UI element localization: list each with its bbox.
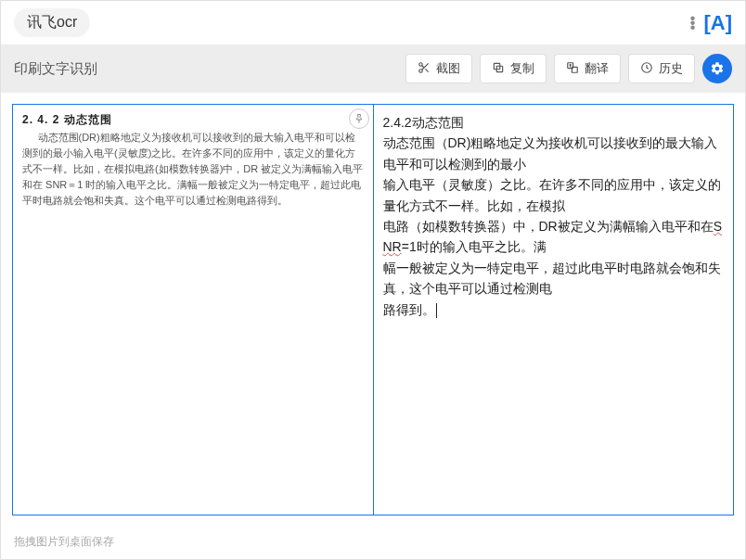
screenshot-button[interactable]: 截图 [405,54,472,83]
result-text-panel[interactable]: 2.4.2动态范围 动态范围（DR)粗略地定义为接收机可以接收到的最大输入电平和… [374,104,735,515]
translate-icon [566,61,579,77]
scissors-icon [418,61,431,77]
settings-button[interactable] [702,54,732,83]
svg-line-4 [422,65,424,67]
result-text[interactable]: 2.4.2动态范围 动态范围（DR)粗略地定义为接收机可以接收到的最大输入电平和… [383,112,725,320]
translate-button[interactable]: 翻译 [554,54,621,83]
app-title: 讯飞ocr [14,8,90,37]
copy-label: 复制 [510,60,534,77]
more-icon[interactable]: ••• [690,16,695,30]
logo-a-icon: [A] [703,11,732,35]
text-cursor [436,303,437,318]
screenshot-label: 截图 [436,60,460,77]
toolbar-buttons: 截图 复制 翻译 历史 [405,54,732,83]
copy-button[interactable]: 复制 [480,54,547,83]
source-heading: 2. 4. 2 动态范围 [22,112,364,128]
history-label: 历史 [659,60,683,77]
copy-icon [492,61,505,77]
history-icon [640,61,653,77]
history-button[interactable]: 历史 [628,54,695,83]
svg-point-1 [419,69,423,72]
translate-label: 翻译 [585,60,609,77]
page-title: 印刷文字识别 [14,60,97,78]
gear-icon [710,61,725,76]
svg-line-3 [425,69,428,71]
toolbar: 印刷文字识别 截图 复制 翻译 历史 [1,45,745,93]
content-area: 2. 4. 2 动态范围 动态范围(DR)粗略地定义为接收机可以接收到的最大输入… [1,93,745,527]
svg-point-0 [419,62,423,66]
pin-icon[interactable] [349,108,369,129]
source-image-panel[interactable]: 2. 4. 2 动态范围 动态范围(DR)粗略地定义为接收机可以接收到的最大输入… [12,104,374,515]
source-body: 动态范围(DR)粗略地定义为接收机可以接收到的最大输入电平和可以检测到的最小输入… [22,130,364,209]
header-bar: 讯飞ocr ••• [A] [1,1,745,45]
header-right: ••• [A] [690,11,732,35]
footer-hint: 拖拽图片到桌面保存 [1,527,745,559]
